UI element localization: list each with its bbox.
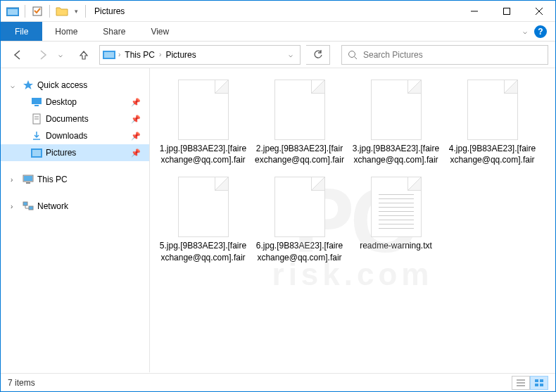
file-item[interactable]: 1.jpg.[9B83AE23].[fairexchange@qq.com].f…: [156, 77, 251, 168]
file-icon: [371, 80, 422, 140]
pictures-icon: [30, 147, 43, 158]
file-icon: [467, 80, 518, 140]
navigation-bar: ⌵ › This PC › Pictures ⌵: [1, 42, 555, 68]
this-pc-node[interactable]: › This PC: [1, 171, 149, 188]
details-view-button[interactable]: [512, 376, 530, 390]
file-name: 2.jpeg.[9B83AE23].[fairexchange@qq.com].…: [255, 143, 344, 165]
tree-label: Desktop: [46, 97, 128, 107]
tree-label: Quick access: [37, 80, 149, 90]
svg-rect-31: [535, 384, 538, 386]
thumbnails-view-button[interactable]: [530, 376, 548, 390]
file-tab[interactable]: File: [1, 22, 42, 41]
svg-rect-21: [26, 182, 30, 184]
ribbon: File Home Share View ⌵ ?: [1, 22, 555, 42]
address-dropdown-icon[interactable]: ⌵: [284, 51, 297, 58]
tab-share[interactable]: Share: [90, 22, 138, 41]
text-file-icon: [371, 177, 422, 237]
file-item[interactable]: 5.jpg.[9B83AE23].[fairexchange@qq.com].f…: [156, 174, 251, 265]
pictures-location-icon: [103, 49, 115, 61]
maximize-button[interactable]: [491, 1, 523, 22]
tab-view[interactable]: View: [138, 22, 182, 41]
search-icon: [348, 50, 358, 60]
file-name: 5.jpg.[9B83AE23].[fairexchange@qq.com].f…: [158, 240, 248, 263]
search-box[interactable]: [341, 45, 548, 65]
file-item[interactable]: readme-warning.txt: [348, 174, 443, 265]
chevron-right-icon[interactable]: ›: [11, 203, 19, 210]
svg-rect-29: [535, 379, 538, 382]
file-icon: [274, 177, 325, 237]
chevron-down-icon[interactable]: ⌵: [11, 82, 19, 89]
downloads-icon: [30, 130, 43, 141]
file-name: 1.jpg.[9B83AE23].[fairexchange@qq.com].f…: [158, 143, 248, 165]
ribbon-expand-icon[interactable]: ⌵: [523, 27, 527, 35]
search-input[interactable]: [363, 50, 542, 60]
titlebar: ▾ Pictures: [1, 1, 555, 22]
file-list[interactable]: PC risk.com 1.jpg.[9B83AE23].[fairexchan…: [150, 68, 555, 372]
separator: [25, 5, 25, 18]
separator: [85, 5, 86, 18]
window-title: Pictures: [94, 6, 125, 16]
svg-rect-18: [32, 150, 41, 156]
file-name: 3.jpg.[9B83AE23].[fairexchange@qq.com].f…: [351, 143, 441, 165]
refresh-button[interactable]: [306, 45, 330, 65]
sidebar-item-pictures[interactable]: Pictures 📌: [1, 144, 149, 161]
file-name: 6.jpg.[9B83AE23].[fairexchange@qq.com].f…: [255, 240, 344, 263]
item-count: 7 items: [8, 378, 35, 388]
sidebar-item-downloads[interactable]: Downloads 📌: [1, 127, 149, 144]
file-item[interactable]: 6.jpg.[9B83AE23].[fairexchange@qq.com].f…: [252, 174, 347, 265]
svg-line-10: [355, 56, 358, 59]
address-bar[interactable]: › This PC › Pictures ⌵: [99, 45, 301, 65]
tree-label: Downloads: [46, 131, 128, 141]
app-icon: [5, 4, 20, 19]
svg-rect-1: [8, 9, 18, 15]
file-icon: [274, 80, 325, 140]
close-button[interactable]: [523, 1, 555, 22]
sidebar-item-desktop[interactable]: Desktop 📌: [1, 94, 149, 110]
file-name: readme-warning.txt: [360, 240, 432, 251]
pin-icon: 📌: [131, 115, 141, 124]
breadcrumb[interactable]: Pictures: [164, 50, 197, 60]
up-button[interactable]: [74, 45, 94, 65]
svg-rect-11: [32, 98, 42, 104]
chevron-right-icon[interactable]: ›: [159, 51, 161, 58]
svg-rect-4: [504, 8, 510, 14]
breadcrumb[interactable]: This PC: [123, 50, 156, 60]
documents-icon: [30, 113, 43, 125]
folder-icon[interactable]: [54, 4, 70, 19]
window-controls: [458, 1, 555, 22]
minimize-button[interactable]: [458, 1, 491, 22]
file-icon: [178, 177, 229, 237]
tree-label: Pictures: [46, 148, 128, 158]
sidebar-item-documents[interactable]: Documents 📌: [1, 110, 149, 127]
network-node[interactable]: › Network: [1, 198, 149, 215]
qat-dropdown-icon[interactable]: ▾: [71, 4, 81, 19]
file-icon: [178, 80, 229, 140]
svg-rect-8: [104, 52, 114, 58]
back-button[interactable]: [8, 45, 27, 65]
forward-button[interactable]: [33, 45, 53, 65]
file-item[interactable]: 4.jpg.[9B83AE23].[fairexchange@qq.com].f…: [445, 77, 540, 168]
history-dropdown-icon[interactable]: ⌵: [58, 51, 68, 58]
tab-home[interactable]: Home: [42, 22, 90, 41]
this-pc-icon: [22, 174, 34, 185]
quick-access-toolbar: ▾ Pictures: [1, 4, 125, 19]
file-item[interactable]: 2.jpeg.[9B83AE23].[fairexchange@qq.com].…: [252, 77, 347, 168]
pin-icon: 📌: [131, 148, 141, 158]
svg-rect-22: [23, 202, 27, 206]
svg-rect-32: [540, 384, 543, 386]
svg-point-9: [349, 51, 355, 57]
chevron-right-icon[interactable]: ›: [11, 176, 19, 184]
star-icon: [22, 80, 34, 91]
chevron-right-icon[interactable]: ›: [118, 51, 120, 58]
pin-icon: 📌: [131, 132, 141, 141]
tree-label: Documents: [46, 114, 128, 124]
quick-access-node[interactable]: ⌵ Quick access: [1, 77, 149, 94]
svg-rect-12: [34, 105, 39, 106]
separator: [49, 5, 50, 18]
file-item[interactable]: 3.jpg.[9B83AE23].[fairexchange@qq.com].f…: [348, 77, 443, 168]
help-icon[interactable]: ?: [534, 25, 547, 38]
properties-icon[interactable]: [30, 4, 45, 19]
network-icon: [22, 201, 34, 212]
file-name: 4.jpg.[9B83AE23].[fairexchange@qq.com].f…: [448, 143, 537, 165]
pin-icon: 📌: [131, 98, 141, 107]
